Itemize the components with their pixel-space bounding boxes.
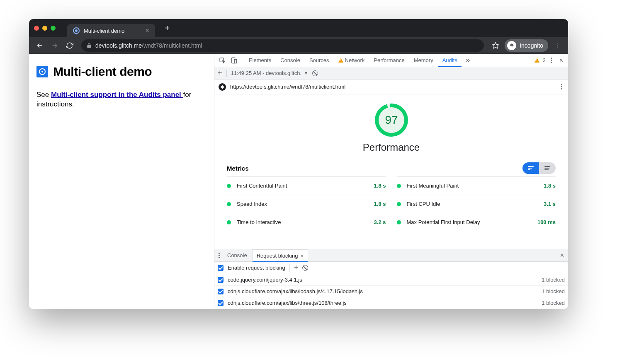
metric-row[interactable]: First CPU Idle3.1 s xyxy=(397,195,556,213)
metric-name: First CPU Idle xyxy=(407,201,440,207)
metric-row[interactable]: First Contentful Paint1.8 s xyxy=(227,176,386,195)
metric-value: 3.2 s xyxy=(374,219,386,225)
metric-status-dot xyxy=(397,202,401,206)
back-button[interactable] xyxy=(33,39,46,52)
favicon-icon xyxy=(73,27,80,34)
tab-elements[interactable]: Elements xyxy=(245,54,275,67)
request-blocking-toolbar: Enable request blocking + xyxy=(214,262,568,274)
address-bar: devtools.glitch.me/wndt78/multiclient.ht… xyxy=(29,37,568,54)
tab-network[interactable]: Network xyxy=(334,54,369,67)
blocked-pattern-row[interactable]: cdnjs.cloudflare.com/ajax/libs/lodash.js… xyxy=(214,286,568,297)
drawer-menu-button[interactable] xyxy=(216,251,222,260)
pattern-checkbox[interactable] xyxy=(218,300,224,306)
page-logo-icon xyxy=(36,66,48,77)
svg-rect-3 xyxy=(234,59,236,63)
metric-status-dot xyxy=(397,184,401,188)
tab-performance[interactable]: Performance xyxy=(369,54,408,67)
devtools-panel: Elements Console Sources Network Perform… xyxy=(214,54,568,309)
audit-target-row: ◆ https://devtools.glitch.me/wndt78/mult… xyxy=(214,80,568,94)
pattern-url: code.jquery.com/jquery-3.4.1.js xyxy=(228,277,302,283)
enable-request-blocking-checkbox[interactable] xyxy=(218,265,224,271)
metric-status-dot xyxy=(227,202,231,206)
lighthouse-icon: ◆ xyxy=(219,83,226,91)
drawer-tab-request-blocking[interactable]: Request blocking × xyxy=(252,249,308,262)
metrics-view-toggle xyxy=(522,162,556,174)
performance-label: Performance xyxy=(363,142,420,153)
metric-row[interactable]: First Meaningful Paint1.8 s xyxy=(397,176,556,195)
view-toggle-compact[interactable] xyxy=(522,162,539,174)
metric-value: 1.8 s xyxy=(544,183,556,189)
tab-memory[interactable]: Memory xyxy=(410,54,437,67)
audit-run-selector[interactable]: 11:49:25 AM - devtools.glitch. ▼ xyxy=(231,70,308,76)
tab-close-button[interactable]: × xyxy=(145,27,149,34)
browser-menu-button[interactable] xyxy=(551,39,564,52)
metric-value: 1.8 s xyxy=(374,201,386,207)
enable-request-blocking-label: Enable request blocking xyxy=(228,265,285,271)
metric-value: 3.1 s xyxy=(544,201,556,207)
pattern-url: cdnjs.cloudflare.com/ajax/libs/three.js/… xyxy=(228,300,347,306)
minimize-window-button[interactable] xyxy=(42,26,47,31)
browser-window: Multi-client demo × + devtools.glitch.me… xyxy=(29,19,568,309)
warning-count[interactable]: 3 xyxy=(543,58,546,63)
tab-audits[interactable]: Audits xyxy=(438,54,462,67)
view-toggle-detailed[interactable] xyxy=(539,162,556,174)
metric-name: First Meaningful Paint xyxy=(407,183,459,189)
pattern-checkbox[interactable] xyxy=(218,277,224,283)
metrics-grid: First Contentful Paint1.8 sFirst Meaning… xyxy=(227,176,556,231)
audit-target-url: https://devtools.glitch.me/wndt78/multic… xyxy=(230,84,345,90)
drawer-tab-console[interactable]: Console xyxy=(223,249,251,262)
incognito-label: Incognito xyxy=(520,42,543,49)
forward-button[interactable] xyxy=(48,39,61,52)
page-link[interactable]: Multi-client support in the Audits panel xyxy=(51,91,183,99)
drawer-close-button[interactable]: × xyxy=(558,250,566,261)
new-audit-button[interactable]: + xyxy=(218,69,222,77)
device-toolbar-button[interactable] xyxy=(228,55,239,66)
audits-toolbar: + 11:49:25 AM - devtools.glitch. ▼ xyxy=(214,67,568,80)
devtools-close-button[interactable]: × xyxy=(557,55,566,66)
close-window-button[interactable] xyxy=(34,26,39,31)
pattern-url: cdnjs.cloudflare.com/ajax/libs/lodash.js… xyxy=(228,288,363,294)
metric-row[interactable]: Speed Index1.8 s xyxy=(227,195,386,213)
metric-value: 100 ms xyxy=(537,219,556,225)
reload-button[interactable] xyxy=(63,39,76,52)
page-content: Multi-client demo See Multi-client suppo… xyxy=(29,54,214,309)
tab-sources[interactable]: Sources xyxy=(305,54,333,67)
metric-row[interactable]: Time to Interactive3.2 s xyxy=(227,213,386,231)
add-pattern-button[interactable]: + xyxy=(294,263,299,272)
bookmark-button[interactable] xyxy=(489,39,502,52)
audit-target-menu[interactable] xyxy=(559,82,564,91)
page-heading: Multi-client demo xyxy=(53,65,152,79)
metric-name: Time to Interactive xyxy=(237,219,281,225)
metrics-heading: Metrics xyxy=(227,165,249,172)
url-input[interactable]: devtools.glitch.me/wndt78/multiclient.ht… xyxy=(81,39,484,52)
new-tab-button[interactable]: + xyxy=(162,22,173,35)
svg-marker-0 xyxy=(493,43,499,48)
maximize-window-button[interactable] xyxy=(51,26,56,31)
pattern-blocked-count: 1 blocked xyxy=(542,300,565,306)
devtools-menu-button[interactable] xyxy=(549,56,554,65)
metric-row[interactable]: Max Potential First Input Delay100 ms xyxy=(397,213,556,231)
metric-name: Speed Index xyxy=(237,201,267,207)
metric-status-dot xyxy=(227,184,231,188)
blocked-pattern-row[interactable]: cdnjs.cloudflare.com/ajax/libs/three.js/… xyxy=(214,297,568,309)
performance-gauge[interactable]: 97 xyxy=(373,102,409,138)
devtools-tabbar: Elements Console Sources Network Perform… xyxy=(214,54,568,67)
browser-tab[interactable]: Multi-client demo × xyxy=(67,24,155,37)
incognito-badge[interactable]: Incognito xyxy=(505,39,548,52)
warning-icon xyxy=(338,58,343,63)
metric-status-dot xyxy=(227,220,231,224)
clear-audit-button[interactable] xyxy=(312,70,318,76)
blocked-patterns-list: code.jquery.com/jquery-3.4.1.js1 blocked… xyxy=(214,274,568,309)
remove-all-patterns-button[interactable] xyxy=(302,265,308,271)
blocked-pattern-row[interactable]: code.jquery.com/jquery-3.4.1.js1 blocked xyxy=(214,274,568,286)
inspect-element-button[interactable] xyxy=(217,55,228,66)
metric-name: Max Potential First Input Delay xyxy=(407,219,480,225)
devtools-drawer: Console Request blocking × × Enable requ… xyxy=(214,249,568,309)
drawer-tabbar: Console Request blocking × × xyxy=(214,249,568,262)
page-paragraph: See Multi-client support in the Audits p… xyxy=(36,90,207,109)
pattern-checkbox[interactable] xyxy=(218,289,224,294)
tab-console[interactable]: Console xyxy=(276,54,304,67)
audit-report: 97 Performance Metrics First Contentful … xyxy=(214,94,568,249)
more-tabs-button[interactable] xyxy=(462,55,473,66)
drawer-tab-close-icon[interactable]: × xyxy=(300,253,304,259)
